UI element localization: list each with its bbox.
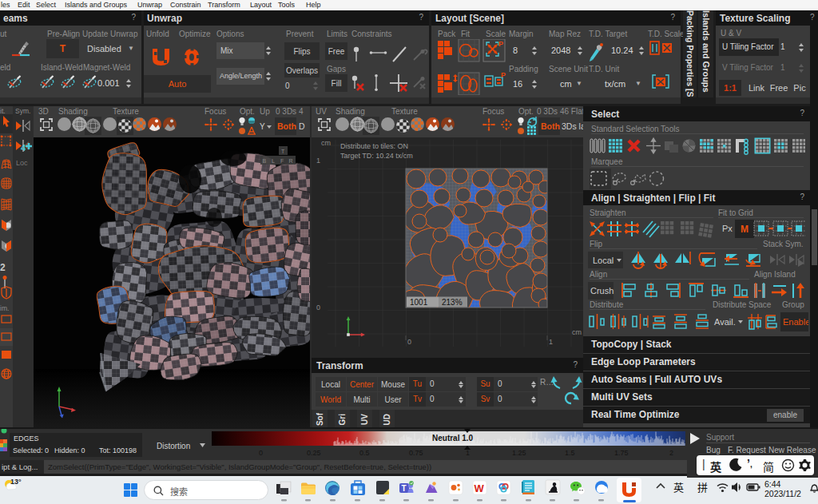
svg-text:英: 英 bbox=[673, 482, 684, 494]
svg-text:0.75: 0.75 bbox=[409, 449, 423, 457]
svg-text:0.5: 0.5 bbox=[359, 449, 370, 457]
svg-text:Both: Both bbox=[277, 121, 296, 131]
svg-text:T: T bbox=[281, 149, 285, 154]
svg-text:Bug: Bug bbox=[706, 446, 721, 454]
svg-text:1001: 1001 bbox=[410, 298, 428, 307]
svg-text:1: 1 bbox=[316, 157, 320, 165]
svg-text:New Release: New Release bbox=[768, 446, 816, 454]
svg-text:1.25: 1.25 bbox=[512, 449, 526, 457]
svg-text:3Ds lat: 3Ds lat bbox=[562, 121, 583, 131]
svg-text:UV: UV bbox=[316, 107, 327, 116]
svg-text:1.5: 1.5 bbox=[565, 449, 575, 457]
svg-text:Up: Up bbox=[260, 107, 270, 116]
svg-text:0 3Ds 4: 0 3Ds 4 bbox=[276, 107, 304, 116]
svg-text:P: P bbox=[501, 71, 506, 79]
svg-text:拼: 拼 bbox=[697, 482, 708, 494]
svg-text:T: T bbox=[402, 484, 407, 493]
svg-text:Selected: 0: Selected: 0 bbox=[13, 446, 49, 454]
svg-text:Loc: Loc bbox=[16, 159, 28, 167]
svg-text:Opt.: Opt. bbox=[240, 107, 255, 116]
svg-text:Crush: Crush bbox=[590, 286, 614, 296]
svg-text:P: P bbox=[498, 40, 503, 48]
svg-text:Support: Support bbox=[706, 433, 734, 442]
svg-text:2: 2 bbox=[669, 449, 673, 457]
svg-text:Texture: Texture bbox=[391, 107, 418, 116]
svg-text:cm: cm bbox=[321, 139, 331, 147]
svg-text:Distortion: Distortion bbox=[157, 442, 190, 450]
svg-text:1: 1 bbox=[549, 338, 553, 346]
svg-text:1: 1 bbox=[466, 449, 470, 457]
svg-text:1.75: 1.75 bbox=[614, 449, 629, 457]
svg-text:6:44: 6:44 bbox=[764, 479, 781, 489]
svg-text:Distribute to tiles: ON: Distribute to tiles: ON bbox=[340, 142, 408, 150]
svg-text:Neutral 1.0: Neutral 1.0 bbox=[432, 434, 474, 442]
svg-text:Focus: Focus bbox=[482, 107, 504, 116]
svg-text:0: 0 bbox=[259, 449, 263, 457]
svg-text:D: D bbox=[299, 121, 305, 131]
svg-text:Avail.: Avail. bbox=[714, 317, 736, 327]
svg-text:Y: Y bbox=[260, 122, 265, 131]
svg-text:F: F bbox=[280, 158, 284, 164]
svg-text:4: 4 bbox=[21, 143, 26, 153]
svg-text:3D: 3D bbox=[38, 107, 49, 116]
svg-text:B: B bbox=[263, 158, 267, 164]
svg-text:Px: Px bbox=[722, 224, 733, 233]
svg-text:Target TD: 10.24 tx/cm: Target TD: 10.24 tx/cm bbox=[340, 152, 413, 160]
svg-text:Focus: Focus bbox=[204, 107, 226, 116]
svg-text:EDGES: EDGES bbox=[14, 435, 39, 442]
svg-text:0 3Ds 46 Flats: 0 3Ds 46 Flats bbox=[537, 107, 583, 116]
svg-text:Texture: Texture bbox=[113, 107, 139, 116]
svg-text:Hidden: 0: Hidden: 0 bbox=[54, 446, 85, 454]
svg-text:2: 2 bbox=[0, 262, 6, 273]
svg-text:0: 0 bbox=[316, 304, 320, 312]
svg-text:Enable: Enable bbox=[783, 317, 808, 327]
svg-text:0.25: 0.25 bbox=[307, 449, 321, 457]
svg-text:L: L bbox=[272, 158, 275, 164]
svg-text:Local: Local bbox=[593, 256, 614, 265]
svg-text:Both: Both bbox=[541, 121, 560, 131]
svg-text:W: W bbox=[475, 482, 485, 494]
svg-text:Shading: Shading bbox=[58, 107, 88, 116]
svg-text:2023/11/2: 2023/11/2 bbox=[764, 489, 801, 498]
svg-text:Tot: 100198: Tot: 100198 bbox=[99, 446, 137, 454]
svg-text:213%: 213% bbox=[442, 298, 463, 307]
svg-text:im.: im. bbox=[0, 304, 9, 312]
svg-text:M: M bbox=[741, 224, 749, 235]
svg-text:0: 0 bbox=[407, 338, 411, 346]
svg-text:F. Request: F. Request bbox=[728, 446, 766, 454]
svg-text:cm: cm bbox=[572, 328, 582, 336]
svg-text:R: R bbox=[289, 158, 293, 164]
svg-text:Opt.: Opt. bbox=[518, 107, 534, 116]
svg-text:Shading: Shading bbox=[336, 107, 365, 116]
